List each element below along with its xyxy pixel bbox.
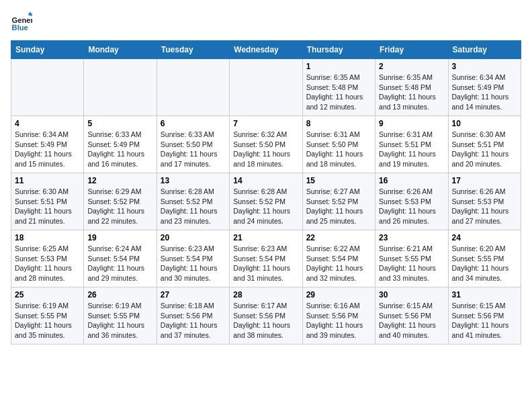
day-number: 24 bbox=[452, 233, 517, 242]
day-number: 4 bbox=[15, 119, 80, 128]
calendar-cell: 31Sunrise: 6:15 AMSunset: 5:56 PMDayligh… bbox=[448, 287, 521, 345]
calendar-cell: 24Sunrise: 6:20 AMSunset: 5:55 PMDayligh… bbox=[448, 230, 521, 287]
day-info: Sunrise: 6:24 AMSunset: 5:54 PMDaylight:… bbox=[87, 244, 144, 282]
day-info: Sunrise: 6:34 AMSunset: 5:49 PMDaylight:… bbox=[452, 73, 509, 111]
day-number: 26 bbox=[87, 290, 152, 300]
calendar-cell: 7Sunrise: 6:32 AMSunset: 5:50 PMDaylight… bbox=[230, 116, 302, 173]
calendar-cell: 2Sunrise: 6:35 AMSunset: 5:48 PMDaylight… bbox=[375, 59, 448, 116]
day-info: Sunrise: 6:27 AMSunset: 5:52 PMDaylight:… bbox=[306, 187, 363, 225]
day-number: 11 bbox=[15, 176, 80, 185]
logo: General Blue bbox=[11, 11, 35, 32]
col-header-sunday: Sunday bbox=[11, 41, 84, 59]
calendar-cell: 6Sunrise: 6:33 AMSunset: 5:50 PMDaylight… bbox=[157, 116, 229, 173]
day-number: 1 bbox=[306, 62, 371, 71]
calendar-cell: 10Sunrise: 6:30 AMSunset: 5:51 PMDayligh… bbox=[448, 116, 521, 173]
svg-text:Blue: Blue bbox=[12, 24, 28, 32]
calendar-cell: 29Sunrise: 6:16 AMSunset: 5:56 PMDayligh… bbox=[302, 287, 375, 345]
calendar-cell: 3Sunrise: 6:34 AMSunset: 5:49 PMDaylight… bbox=[448, 59, 521, 116]
day-info: Sunrise: 6:26 AMSunset: 5:53 PMDaylight:… bbox=[379, 187, 436, 225]
day-info: Sunrise: 6:28 AMSunset: 5:52 PMDaylight:… bbox=[161, 187, 218, 225]
calendar-cell: 4Sunrise: 6:34 AMSunset: 5:49 PMDaylight… bbox=[11, 116, 84, 173]
day-info: Sunrise: 6:33 AMSunset: 5:49 PMDaylight:… bbox=[87, 130, 144, 168]
day-info: Sunrise: 6:31 AMSunset: 5:51 PMDaylight:… bbox=[379, 130, 436, 168]
day-number: 6 bbox=[161, 119, 226, 128]
day-number: 13 bbox=[161, 176, 226, 185]
day-info: Sunrise: 6:25 AMSunset: 5:53 PMDaylight:… bbox=[15, 244, 72, 282]
calendar-cell: 19Sunrise: 6:24 AMSunset: 5:54 PMDayligh… bbox=[84, 230, 157, 287]
calendar-cell: 18Sunrise: 6:25 AMSunset: 5:53 PMDayligh… bbox=[11, 230, 84, 287]
calendar-table: SundayMondayTuesdayWednesdayThursdayFrid… bbox=[11, 40, 521, 345]
day-number: 9 bbox=[379, 119, 444, 128]
day-info: Sunrise: 6:26 AMSunset: 5:53 PMDaylight:… bbox=[452, 187, 509, 225]
day-info: Sunrise: 6:22 AMSunset: 5:54 PMDaylight:… bbox=[306, 244, 363, 282]
day-info: Sunrise: 6:19 AMSunset: 5:55 PMDaylight:… bbox=[15, 302, 72, 339]
day-number: 30 bbox=[379, 290, 444, 300]
calendar-cell bbox=[157, 59, 229, 116]
col-header-monday: Monday bbox=[84, 41, 157, 59]
calendar-cell: 22Sunrise: 6:22 AMSunset: 5:54 PMDayligh… bbox=[302, 230, 375, 287]
day-info: Sunrise: 6:15 AMSunset: 5:56 PMDaylight:… bbox=[379, 302, 436, 339]
day-number: 29 bbox=[306, 290, 371, 300]
calendar-cell: 25Sunrise: 6:19 AMSunset: 5:55 PMDayligh… bbox=[11, 287, 84, 345]
calendar-cell: 26Sunrise: 6:19 AMSunset: 5:55 PMDayligh… bbox=[84, 287, 157, 345]
calendar-cell: 9Sunrise: 6:31 AMSunset: 5:51 PMDaylight… bbox=[375, 116, 448, 173]
page-header: General Blue bbox=[11, 11, 521, 32]
col-header-wednesday: Wednesday bbox=[230, 41, 302, 59]
svg-text:General: General bbox=[12, 16, 32, 24]
day-info: Sunrise: 6:23 AMSunset: 5:54 PMDaylight:… bbox=[233, 244, 290, 282]
day-info: Sunrise: 6:19 AMSunset: 5:55 PMDaylight:… bbox=[87, 302, 144, 339]
day-info: Sunrise: 6:30 AMSunset: 5:51 PMDaylight:… bbox=[452, 130, 509, 168]
day-number: 7 bbox=[233, 119, 298, 128]
calendar-cell: 1Sunrise: 6:35 AMSunset: 5:48 PMDaylight… bbox=[302, 59, 375, 116]
day-info: Sunrise: 6:20 AMSunset: 5:55 PMDaylight:… bbox=[452, 244, 509, 282]
day-number: 14 bbox=[233, 176, 298, 185]
calendar-cell bbox=[84, 59, 157, 116]
day-info: Sunrise: 6:34 AMSunset: 5:49 PMDaylight:… bbox=[15, 130, 72, 168]
day-number: 16 bbox=[379, 176, 444, 185]
day-info: Sunrise: 6:23 AMSunset: 5:54 PMDaylight:… bbox=[161, 244, 218, 282]
calendar-cell bbox=[11, 59, 84, 116]
calendar-cell: 23Sunrise: 6:21 AMSunset: 5:55 PMDayligh… bbox=[375, 230, 448, 287]
day-info: Sunrise: 6:31 AMSunset: 5:50 PMDaylight:… bbox=[306, 130, 363, 168]
day-number: 3 bbox=[452, 62, 517, 71]
calendar-cell: 11Sunrise: 6:30 AMSunset: 5:51 PMDayligh… bbox=[11, 173, 84, 230]
calendar-cell: 27Sunrise: 6:18 AMSunset: 5:56 PMDayligh… bbox=[157, 287, 229, 345]
day-number: 27 bbox=[161, 290, 226, 300]
calendar-cell: 20Sunrise: 6:23 AMSunset: 5:54 PMDayligh… bbox=[157, 230, 229, 287]
day-info: Sunrise: 6:30 AMSunset: 5:51 PMDaylight:… bbox=[15, 187, 72, 225]
day-info: Sunrise: 6:15 AMSunset: 5:56 PMDaylight:… bbox=[452, 302, 509, 339]
day-info: Sunrise: 6:29 AMSunset: 5:52 PMDaylight:… bbox=[87, 187, 144, 225]
col-header-thursday: Thursday bbox=[302, 41, 375, 59]
col-header-friday: Friday bbox=[375, 41, 448, 59]
day-info: Sunrise: 6:35 AMSunset: 5:48 PMDaylight:… bbox=[306, 73, 363, 111]
day-info: Sunrise: 6:33 AMSunset: 5:50 PMDaylight:… bbox=[161, 130, 218, 168]
day-number: 19 bbox=[87, 233, 152, 242]
day-number: 18 bbox=[15, 233, 80, 242]
calendar-cell: 14Sunrise: 6:28 AMSunset: 5:52 PMDayligh… bbox=[230, 173, 302, 230]
day-number: 20 bbox=[161, 233, 226, 242]
calendar-cell bbox=[230, 59, 302, 116]
calendar-cell: 15Sunrise: 6:27 AMSunset: 5:52 PMDayligh… bbox=[302, 173, 375, 230]
day-info: Sunrise: 6:17 AMSunset: 5:56 PMDaylight:… bbox=[233, 302, 290, 339]
calendar-cell: 12Sunrise: 6:29 AMSunset: 5:52 PMDayligh… bbox=[84, 173, 157, 230]
day-number: 12 bbox=[87, 176, 152, 185]
day-number: 28 bbox=[233, 290, 298, 300]
day-number: 22 bbox=[306, 233, 371, 242]
calendar-cell: 21Sunrise: 6:23 AMSunset: 5:54 PMDayligh… bbox=[230, 230, 302, 287]
day-info: Sunrise: 6:35 AMSunset: 5:48 PMDaylight:… bbox=[379, 73, 436, 111]
day-number: 21 bbox=[233, 233, 298, 242]
day-number: 23 bbox=[379, 233, 444, 242]
logo-icon: General Blue bbox=[11, 11, 32, 32]
day-number: 17 bbox=[452, 176, 517, 185]
day-number: 25 bbox=[15, 290, 80, 300]
day-number: 15 bbox=[306, 176, 371, 185]
day-number: 5 bbox=[87, 119, 152, 128]
day-number: 2 bbox=[379, 62, 444, 71]
calendar-cell: 16Sunrise: 6:26 AMSunset: 5:53 PMDayligh… bbox=[375, 173, 448, 230]
day-info: Sunrise: 6:28 AMSunset: 5:52 PMDaylight:… bbox=[233, 187, 290, 225]
day-info: Sunrise: 6:18 AMSunset: 5:56 PMDaylight:… bbox=[161, 302, 218, 339]
calendar-cell: 5Sunrise: 6:33 AMSunset: 5:49 PMDaylight… bbox=[84, 116, 157, 173]
day-info: Sunrise: 6:32 AMSunset: 5:50 PMDaylight:… bbox=[233, 130, 290, 168]
day-number: 8 bbox=[306, 119, 371, 128]
calendar-cell: 17Sunrise: 6:26 AMSunset: 5:53 PMDayligh… bbox=[448, 173, 521, 230]
